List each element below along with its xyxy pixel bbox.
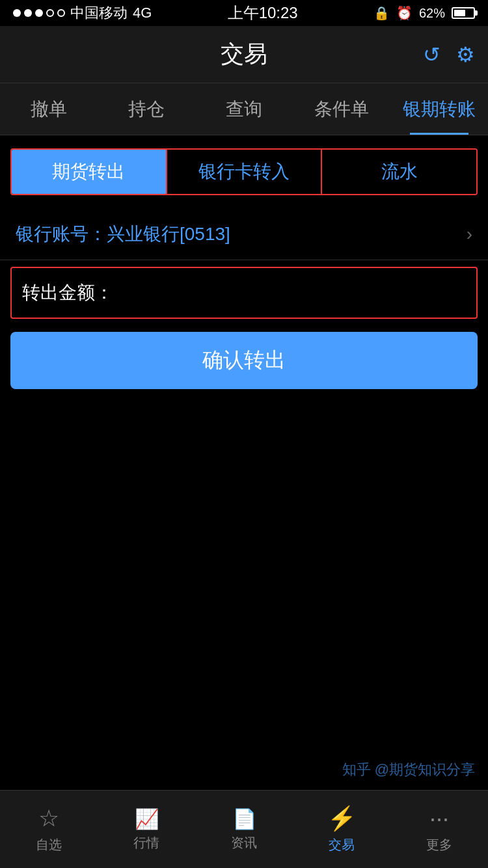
dot1	[13, 9, 21, 17]
refresh-icon[interactable]: ↺	[423, 42, 441, 67]
star-icon: ☆	[38, 805, 59, 832]
dot3	[35, 9, 43, 17]
network-label: 4G	[133, 5, 152, 21]
dot5	[57, 9, 65, 17]
bank-account-row[interactable]: 银行账号：兴业银行[0513] ›	[0, 208, 488, 260]
tab-cancel[interactable]: 撤单	[0, 83, 98, 135]
battery-icon	[452, 7, 475, 19]
status-bar: 中国移动 4G 上午10:23 🔒 ⏰ 62%	[0, 0, 488, 26]
alarm-icon: ⏰	[396, 5, 413, 21]
bottom-nav-market[interactable]: 📈 行情	[98, 791, 195, 868]
amount-input[interactable]	[113, 282, 466, 303]
amount-label: 转出金额：	[22, 280, 113, 305]
dot4	[46, 9, 54, 17]
chart-icon: 📈	[135, 807, 159, 830]
chevron-right-icon: ›	[467, 224, 472, 245]
status-time: 上午10:23	[228, 3, 298, 23]
bottom-nav-news[interactable]: 📄 资讯	[195, 791, 293, 868]
header-actions: ↺ ⚙	[423, 42, 475, 67]
bottom-nav-more[interactable]: ··· 更多	[390, 791, 488, 868]
header: 交易 ↺ ⚙	[0, 26, 488, 83]
amount-row: 转出金额：	[10, 267, 478, 319]
tab-position[interactable]: 持仓	[98, 83, 195, 135]
signal-dots	[13, 9, 65, 17]
bottom-nav-trade[interactable]: ⚡ 交易	[293, 791, 390, 868]
main-content: 银行账号：兴业银行[0513] › 转出金额： 确认转出	[0, 208, 488, 389]
carrier-label: 中国移动	[70, 3, 128, 23]
tab-query[interactable]: 查询	[195, 83, 293, 135]
watermark: 知乎 @期货知识分享	[342, 759, 475, 780]
document-icon: 📄	[232, 807, 256, 830]
status-right: 🔒 ⏰ 62%	[373, 5, 475, 21]
tab-condition[interactable]: 条件单	[293, 83, 390, 135]
dot2	[24, 9, 32, 17]
subtab-flow[interactable]: 流水	[322, 150, 476, 194]
confirm-transfer-button[interactable]: 确认转出	[10, 332, 478, 389]
lightning-icon: ⚡	[327, 805, 357, 832]
bottom-nav-watchlist[interactable]: ☆ 自选	[0, 791, 98, 868]
battery-percent: 62%	[419, 6, 445, 21]
subtab-bank-in[interactable]: 银行卡转入	[167, 150, 323, 194]
tab-transfer[interactable]: 银期转账	[390, 83, 488, 135]
bottom-nav: ☆ 自选 📈 行情 📄 资讯 ⚡ 交易 ··· 更多	[0, 790, 488, 868]
subtab-futures-out[interactable]: 期货转出	[12, 150, 167, 194]
bank-account-text: 银行账号：兴业银行[0513]	[16, 222, 230, 247]
settings-icon[interactable]: ⚙	[456, 42, 475, 67]
nav-tabs: 撤单 持仓 查询 条件单 银期转账	[0, 83, 488, 135]
status-left: 中国移动 4G	[13, 3, 152, 23]
page-title: 交易	[221, 38, 267, 70]
sub-tabs: 期货转出 银行卡转入 流水	[10, 148, 478, 195]
lock-icon: 🔒	[373, 5, 390, 21]
more-icon: ···	[429, 805, 449, 832]
